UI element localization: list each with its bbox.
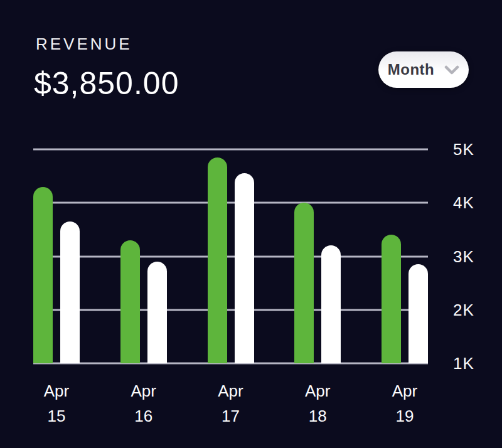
green-bar[interactable] (294, 203, 314, 363)
white-bar[interactable] (60, 221, 80, 363)
white-bar[interactable] (409, 264, 428, 363)
green-bar[interactable] (120, 240, 140, 363)
x-axis-label: Apr19 (382, 378, 428, 429)
x-axis-label: Apr15 (33, 378, 80, 429)
x-axis-labels: Apr15Apr16Apr17Apr18Apr19 (33, 378, 428, 429)
green-bar[interactable] (208, 157, 227, 363)
x-axis-label: Apr16 (120, 378, 167, 429)
chart-bars (33, 149, 428, 363)
bar-group (294, 149, 341, 363)
white-bar[interactable] (147, 262, 167, 363)
chevron-down-icon (444, 65, 459, 75)
green-bar[interactable] (382, 235, 401, 363)
bar-chart: Apr15Apr16Apr17Apr18Apr19 5K4K3K2K1K (33, 149, 428, 363)
period-dropdown-label: Month (388, 61, 434, 78)
y-axis-tick-label: 5K (453, 140, 474, 159)
bar-group (120, 149, 167, 363)
bar-group (33, 149, 80, 363)
y-axis-tick-label: 4K (453, 193, 474, 213)
x-axis-label: Apr17 (208, 378, 254, 429)
revenue-total-value: $3,850.00 (34, 65, 179, 102)
page-title: REVENUE (36, 35, 132, 54)
bar-group (208, 149, 254, 363)
y-axis-tick-label: 1K (453, 354, 474, 373)
bar-group (382, 149, 428, 363)
white-bar[interactable] (235, 173, 254, 363)
y-axis-tick-label: 3K (453, 247, 474, 266)
white-bar[interactable] (321, 245, 341, 363)
period-dropdown[interactable]: Month (378, 51, 469, 88)
x-axis-label: Apr18 (294, 378, 341, 429)
green-bar[interactable] (33, 187, 53, 363)
y-axis-tick-label: 2K (453, 300, 474, 319)
revenue-card: REVENUE $3,850.00 Month Apr15Apr16Apr17A… (0, 0, 502, 448)
